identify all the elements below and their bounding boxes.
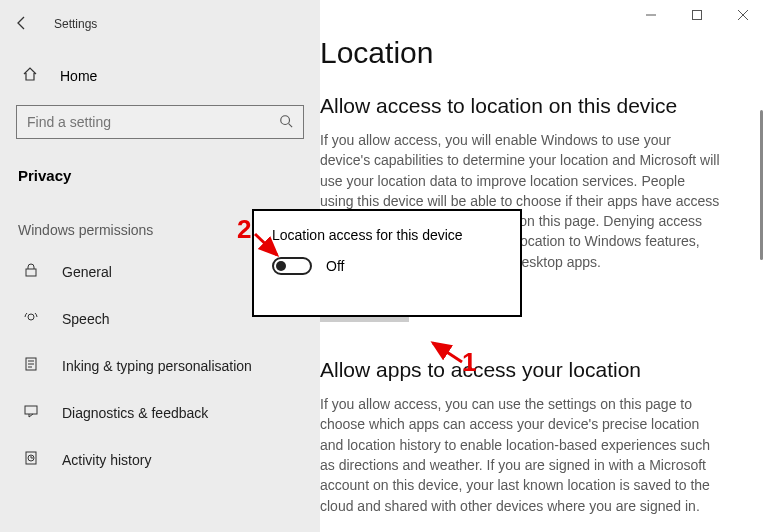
nav-item-label: Inking & typing personalisation xyxy=(62,358,252,374)
svg-point-0 xyxy=(281,115,290,124)
lock-icon xyxy=(22,262,40,281)
section1-title: Allow access to location on this device xyxy=(320,94,738,118)
speech-icon xyxy=(22,309,40,328)
scrollbar[interactable] xyxy=(760,110,763,260)
nav-item-label: Speech xyxy=(62,311,109,327)
search-input-container[interactable] xyxy=(16,105,304,139)
clipboard-icon xyxy=(22,356,40,375)
close-button[interactable] xyxy=(720,0,766,30)
nav-active-category[interactable]: Privacy xyxy=(0,157,320,194)
page-title: Location xyxy=(320,36,738,70)
search-input[interactable] xyxy=(27,114,279,130)
nav-item-activity[interactable]: Activity history xyxy=(0,436,320,483)
nav-home-label: Home xyxy=(60,68,97,84)
section2-body: If you allow access, you can use the set… xyxy=(320,394,720,516)
window-title: Settings xyxy=(54,17,97,31)
nav-item-label: Diagnostics & feedback xyxy=(62,405,208,421)
nav-item-label: Activity history xyxy=(62,452,151,468)
svg-point-3 xyxy=(28,314,34,320)
svg-rect-12 xyxy=(693,11,702,20)
nav-item-inking[interactable]: Inking & typing personalisation xyxy=(0,342,320,389)
svg-rect-8 xyxy=(25,406,37,414)
nav-item-diagnostics[interactable]: Diagnostics & feedback xyxy=(0,389,320,436)
feedback-icon xyxy=(22,403,40,422)
location-toggle[interactable] xyxy=(272,257,312,275)
svg-rect-2 xyxy=(26,269,36,276)
popup-title: Location access for this device xyxy=(272,227,502,243)
search-icon xyxy=(279,114,293,131)
home-icon xyxy=(22,66,38,85)
minimize-button[interactable] xyxy=(628,0,674,30)
toggle-state-label: Off xyxy=(326,258,344,274)
back-icon[interactable] xyxy=(14,15,30,34)
nav-home[interactable]: Home xyxy=(0,56,320,95)
section2-title: Allow apps to access your location xyxy=(320,358,738,382)
location-access-popup: Location access for this device Off xyxy=(252,209,522,317)
nav-item-label: General xyxy=(62,264,112,280)
maximize-button[interactable] xyxy=(674,0,720,30)
history-icon xyxy=(22,450,40,469)
toggle-knob xyxy=(276,261,286,271)
svg-line-1 xyxy=(289,123,293,127)
